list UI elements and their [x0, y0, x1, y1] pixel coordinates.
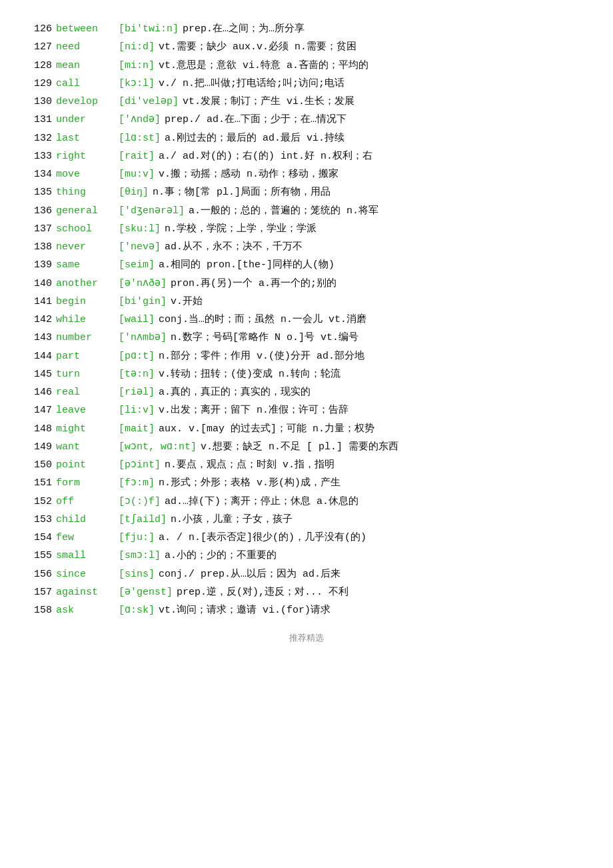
entry-phonetic: [θiŋ] — [119, 185, 149, 200]
list-item: 133right[rait]a./ ad.对(的)；右(的) int.好 n.权… — [27, 147, 586, 165]
entry-word: begin — [56, 294, 116, 309]
entry-definition: ad.从不，永不；决不，千万不 — [165, 239, 586, 255]
entry-number: 147 — [27, 403, 52, 418]
entry-word: want — [56, 439, 116, 455]
list-item: 146real[riəl]a.真的，真正的；真实的，现实的 — [27, 383, 586, 401]
entry-number: 141 — [27, 294, 52, 309]
entry-word: since — [56, 567, 116, 582]
list-item: 158ask[ɑ:sk]vt.询问；请求；邀请 vi.(for)请求 — [27, 601, 586, 619]
entry-word: ask — [56, 603, 116, 618]
entry-definition: a.刚过去的；最后的 ad.最后 vi.持续 — [165, 131, 586, 146]
entry-word: need — [56, 39, 116, 55]
entry-definition: n.事；物[常 pl.]局面；所有物，用品 — [153, 185, 586, 200]
entry-number: 149 — [27, 439, 52, 455]
list-item: 145turn[tə:n]v.转动；扭转；(使)变成 n.转向；轮流 — [27, 365, 586, 383]
list-item: 143number['nʌmbə]n.数字；号码[常略作 N o.]号 vt.编… — [27, 329, 586, 347]
entry-number: 136 — [27, 203, 52, 219]
list-item: 126between[bi'twi:n]prep.在…之间；为…所分享 — [27, 20, 586, 38]
entry-word: mean — [56, 58, 116, 73]
entry-definition: v.开始 — [171, 294, 586, 309]
entry-number: 134 — [27, 167, 52, 182]
list-item: 157against[ə'genst]prep.逆，反(对),违反；对... 不… — [27, 583, 586, 601]
entry-number: 138 — [27, 239, 52, 255]
entry-definition: n.小孩，儿童；子女，孩子 — [171, 512, 586, 527]
list-item: 132last[lɑ:st]a.刚过去的；最后的 ad.最后 vi.持续 — [27, 129, 586, 147]
list-item: 130develop[di'veləp]vt.发展；制订；产生 vi.生长；发展 — [27, 93, 586, 111]
entry-definition: n.形式；外形；表格 v.形(构)成，产生 — [159, 475, 586, 491]
entry-number: 156 — [27, 567, 52, 582]
entry-number: 150 — [27, 457, 52, 473]
entry-word: turn — [56, 367, 116, 382]
entry-number: 127 — [27, 39, 52, 55]
entry-number: 151 — [27, 475, 52, 491]
entry-phonetic: [ə'nʌðə] — [119, 276, 167, 291]
entry-phonetic: [ɔ(:)f] — [119, 494, 161, 509]
entry-phonetic: [lɑ:st] — [119, 131, 161, 146]
entry-definition: conj./ prep.从…以后；因为 ad.后来 — [159, 567, 586, 582]
entry-word: last — [56, 131, 116, 146]
entry-word: develop — [56, 94, 116, 109]
list-item: 139same[seim]a.相同的 pron.[the-]同样的人(物) — [27, 256, 586, 274]
list-item: 127need[ni:d]vt.需要；缺少 aux.v.必须 n.需要；贫困 — [27, 38, 586, 56]
entry-number: 135 — [27, 185, 52, 200]
list-item: 138never['nevə]ad.从不，永不；决不，千万不 — [27, 238, 586, 256]
entry-phonetic: [kɔ:l] — [119, 76, 155, 91]
entry-number: 153 — [27, 512, 52, 527]
entry-phonetic: [wail] — [119, 312, 155, 327]
entry-word: call — [56, 76, 116, 91]
entry-definition: vt.需要；缺少 aux.v.必须 n.需要；贫困 — [159, 39, 586, 55]
entry-number: 131 — [27, 112, 52, 127]
entry-word: while — [56, 312, 116, 327]
entry-definition: v.搬；动摇；感动 n.动作；移动，搬家 — [159, 167, 586, 182]
entry-phonetic: ['ʌndə] — [119, 112, 161, 127]
entry-definition: a./ ad.对(的)；右(的) int.好 n.权利；右 — [159, 149, 586, 164]
list-item: 134move[mu:v]v.搬；动摇；感动 n.动作；移动，搬家 — [27, 165, 586, 183]
entry-phonetic: [sku:l] — [119, 221, 161, 237]
entry-word: between — [56, 21, 116, 37]
entry-phonetic: [smɔ:l] — [119, 548, 161, 563]
entry-word: few — [56, 530, 116, 545]
entry-definition: vt.询问；请求；邀请 vi.(for)请求 — [159, 603, 586, 618]
entry-phonetic: [ɑ:sk] — [119, 603, 155, 618]
entry-word: part — [56, 349, 116, 364]
entry-word: thing — [56, 185, 116, 200]
entry-definition: a. / n.[表示否定]很少(的)，几乎没有(的) — [159, 530, 586, 545]
entry-word: off — [56, 494, 116, 509]
entry-phonetic: [pɔint] — [119, 457, 161, 473]
entry-number: 126 — [27, 21, 52, 37]
entry-definition: a.真的，真正的；真实的，现实的 — [159, 385, 586, 400]
entry-number: 130 — [27, 94, 52, 109]
list-item: 141begin[bi'gin]v.开始 — [27, 293, 586, 311]
entry-number: 129 — [27, 76, 52, 91]
entry-number: 137 — [27, 221, 52, 237]
word-list: 126between[bi'twi:n]prep.在…之间；为…所分享127ne… — [27, 20, 586, 619]
entry-number: 155 — [27, 548, 52, 563]
entry-phonetic: [mi:n] — [119, 58, 155, 73]
entry-definition: n.部分；零件；作用 v.(使)分开 ad.部分地 — [159, 349, 586, 364]
entry-definition: vt.发展；制订；产生 vi.生长；发展 — [183, 94, 586, 109]
list-item: 140another[ə'nʌðə]pron.再(另)一个 a.再一个的;别的 — [27, 275, 586, 293]
entry-word: same — [56, 257, 116, 273]
entry-phonetic: [pɑ:t] — [119, 349, 155, 364]
entry-definition: prep./ ad.在…下面；少于；在…情况下 — [165, 112, 586, 127]
entry-word: number — [56, 330, 116, 345]
entry-number: 133 — [27, 149, 52, 164]
entry-phonetic: [li:v] — [119, 403, 155, 418]
entry-word: child — [56, 512, 116, 527]
entry-number: 158 — [27, 603, 52, 618]
entry-word: right — [56, 149, 116, 164]
entry-phonetic: [seim] — [119, 257, 155, 273]
entry-number: 152 — [27, 494, 52, 509]
entry-word: another — [56, 276, 116, 291]
footer-label: 推荐精选 — [27, 631, 586, 645]
entry-definition: v./ n.把…叫做;打电话给;叫;访问;电话 — [159, 76, 586, 91]
entry-phonetic: [rait] — [119, 149, 155, 164]
entry-word: point — [56, 457, 116, 473]
list-item: 142while[wail]conj.当…的时；而；虽然 n.一会儿 vt.消磨 — [27, 311, 586, 329]
entry-number: 132 — [27, 131, 52, 146]
list-item: 136general['dʒenərəl]a.一般的；总的，普遍的；笼统的 n.… — [27, 202, 586, 220]
entry-word: against — [56, 585, 116, 600]
entry-definition: conj.当…的时；而；虽然 n.一会儿 vt.消磨 — [159, 312, 586, 327]
entry-number: 157 — [27, 585, 52, 600]
entry-word: school — [56, 221, 116, 237]
